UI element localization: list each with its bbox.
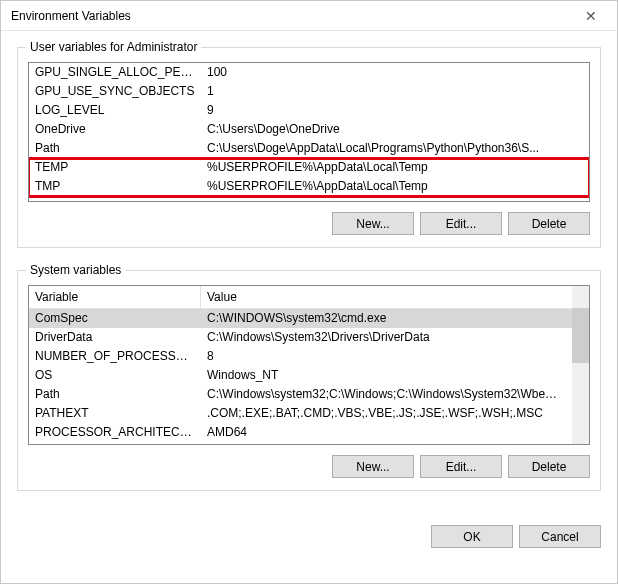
var-value: C:\Users\Doge\AppData\Local\Programs\Pyt… <box>201 139 589 158</box>
table-row[interactable]: GPU_SINGLE_ALLOC_PERC... 100 <box>29 63 589 82</box>
table-row[interactable]: GPU_USE_SYNC_OBJECTS 1 <box>29 82 589 101</box>
var-name: PATHEXT <box>29 404 201 423</box>
dialog-footer: OK Cancel <box>1 517 617 562</box>
new-button[interactable]: New... <box>332 212 414 235</box>
var-name: TMP <box>29 177 201 196</box>
table-row[interactable]: DriverData C:\Windows\System32\Drivers\D… <box>29 328 572 347</box>
var-value: 1 <box>201 82 589 101</box>
edit-button[interactable]: Edit... <box>420 455 502 478</box>
header-value[interactable]: Value <box>201 286 589 308</box>
scrollbar[interactable] <box>572 286 589 444</box>
scrollbar-thumb[interactable] <box>572 308 589 363</box>
user-variables-list[interactable]: GPU_SINGLE_ALLOC_PERC... 100 GPU_USE_SYN… <box>28 62 590 202</box>
var-name: LOG_LEVEL <box>29 101 201 120</box>
delete-button[interactable]: Delete <box>508 455 590 478</box>
close-icon[interactable]: ✕ <box>571 2 611 30</box>
table-row[interactable]: NUMBER_OF_PROCESSORS 8 <box>29 347 572 366</box>
table-row[interactable]: LOG_LEVEL 9 <box>29 101 589 120</box>
system-button-row: New... Edit... Delete <box>28 455 590 478</box>
var-name: OS <box>29 366 201 385</box>
user-variables-label: User variables for Administrator <box>26 40 201 54</box>
var-name: Path <box>29 139 201 158</box>
header-variable[interactable]: Variable <box>29 286 201 308</box>
system-variables-group: System variables Variable Value ComSpec … <box>17 270 601 491</box>
delete-button[interactable]: Delete <box>508 212 590 235</box>
var-name: GPU_SINGLE_ALLOC_PERC... <box>29 63 201 82</box>
ok-button[interactable]: OK <box>431 525 513 548</box>
table-row[interactable]: ComSpec C:\WINDOWS\system32\cmd.exe <box>29 309 572 328</box>
var-value: AMD64 <box>201 423 572 442</box>
table-row[interactable]: OS Windows_NT <box>29 366 572 385</box>
system-variables-label: System variables <box>26 263 125 277</box>
dialog-content: User variables for Administrator GPU_SIN… <box>1 31 617 517</box>
var-value: 8 <box>201 347 572 366</box>
var-value: %USERPROFILE%\AppData\Local\Temp <box>201 177 589 196</box>
var-value: .COM;.EXE;.BAT;.CMD;.VBS;.VBE;.JS;.JSE;.… <box>201 404 572 423</box>
table-row[interactable]: PATHEXT .COM;.EXE;.BAT;.CMD;.VBS;.VBE;.J… <box>29 404 572 423</box>
var-value: 9 <box>201 101 589 120</box>
var-name: DriverData <box>29 328 201 347</box>
table-row[interactable]: TEMP %USERPROFILE%\AppData\Local\Temp <box>29 158 589 177</box>
titlebar: Environment Variables ✕ <box>1 1 617 31</box>
var-value: C:\Windows\System32\Drivers\DriverData <box>201 328 572 347</box>
var-name: TEMP <box>29 158 201 177</box>
var-value: C:\Users\Doge\OneDrive <box>201 120 589 139</box>
table-row[interactable]: TMP %USERPROFILE%\AppData\Local\Temp <box>29 177 589 196</box>
table-row[interactable]: OneDrive C:\Users\Doge\OneDrive <box>29 120 589 139</box>
edit-button[interactable]: Edit... <box>420 212 502 235</box>
user-variables-group: User variables for Administrator GPU_SIN… <box>17 47 601 248</box>
table-row[interactable]: PROCESSOR_ARCHITECTURE AMD64 <box>29 423 572 442</box>
user-variables-rows: GPU_SINGLE_ALLOC_PERC... 100 GPU_USE_SYN… <box>29 63 589 196</box>
var-value: C:\WINDOWS\system32\cmd.exe <box>201 309 572 328</box>
var-name: NUMBER_OF_PROCESSORS <box>29 347 201 366</box>
cancel-button[interactable]: Cancel <box>519 525 601 548</box>
var-name: Path <box>29 385 201 404</box>
var-name: GPU_USE_SYNC_OBJECTS <box>29 82 201 101</box>
var-name: ComSpec <box>29 309 201 328</box>
var-value: 100 <box>201 63 589 82</box>
system-list-header: Variable Value <box>29 286 589 309</box>
user-button-row: New... Edit... Delete <box>28 212 590 235</box>
system-variables-rows: ComSpec C:\WINDOWS\system32\cmd.exe Driv… <box>29 309 589 442</box>
var-name: PROCESSOR_ARCHITECTURE <box>29 423 201 442</box>
new-button[interactable]: New... <box>332 455 414 478</box>
var-value: %USERPROFILE%\AppData\Local\Temp <box>201 158 589 177</box>
var-value: C:\Windows\system32;C:\Windows;C:\Window… <box>201 385 572 404</box>
var-name: OneDrive <box>29 120 201 139</box>
table-row[interactable]: Path C:\Users\Doge\AppData\Local\Program… <box>29 139 589 158</box>
window-title: Environment Variables <box>11 9 131 23</box>
system-variables-list[interactable]: Variable Value ComSpec C:\WINDOWS\system… <box>28 285 590 445</box>
table-row[interactable]: Path C:\Windows\system32;C:\Windows;C:\W… <box>29 385 572 404</box>
var-value: Windows_NT <box>201 366 572 385</box>
